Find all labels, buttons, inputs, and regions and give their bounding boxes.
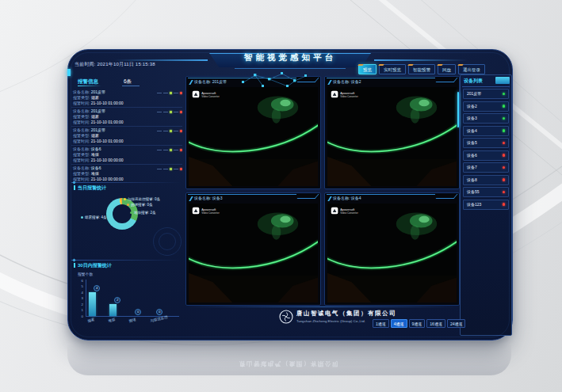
page-background: 当前时间: 2021年10月11日 15:15:38 智能视觉感知平台 预览实时… [0, 0, 562, 392]
header-tab[interactable]: 退出登录 [458, 64, 485, 74]
device-list-item[interactable]: 设备8 [463, 175, 509, 185]
bar-category-label: 堆煤 [108, 318, 116, 323]
video-panel-header: 设备名称: 设备4 [325, 193, 459, 203]
device-status-dot [503, 129, 506, 132]
channel-button[interactable]: 4通道 [391, 319, 407, 328]
alarm-level-meter [157, 130, 182, 132]
alarm-panel-title: 报警信息 [78, 78, 98, 86]
video-device-label: 设备名称: 设备3 [194, 196, 223, 200]
header-tab[interactable]: 智能预警 [408, 64, 435, 74]
device-list-item[interactable]: 设备3 [463, 113, 509, 124]
bar-value-badge: 2 [114, 297, 120, 303]
bar-value-badge: 4 [94, 285, 100, 291]
device-value: 设备6 [91, 166, 101, 170]
video-panel[interactable]: 设备名称: 设备4 Apowersoft Video Converter [324, 192, 460, 306]
channel-button[interactable]: 1通道 [373, 319, 389, 328]
video-panel-header: 设备名称: 设备3 [186, 193, 320, 203]
watermark: Apowersoft Video Converter [331, 91, 358, 98]
banner-underline [235, 68, 346, 69]
video-screen[interactable]: Apowersoft Video Converter [189, 87, 318, 186]
type-value: 烟雾 [91, 133, 99, 138]
divider [78, 86, 101, 86]
video-panel[interactable]: 设备名称: 设备2 Apowersoft Video Converter [324, 76, 460, 189]
alarm-entry[interactable]: 设备名称: 201皮带 报警类型: 烟雾 报警时间: 21-10-10 01:0… [71, 108, 182, 127]
time-label: 报警时间: [73, 158, 90, 162]
alarm-level-meter [157, 149, 182, 151]
alarm-list: 设备名称: 201皮带 报警类型: 烟雾 报警时间: 21-10-10 01:0… [71, 89, 182, 181]
alarm-level-meter [157, 92, 182, 94]
donut-legend-item: 与煤流监控报警: 0条 [124, 197, 160, 201]
device-list-title: 设备列表 [464, 78, 483, 85]
alarm-level-meter [157, 168, 182, 170]
today-stats-title: 当日报警统计 [78, 185, 106, 192]
channel-button[interactable]: 24通道 [447, 319, 466, 328]
header-tabs: 预览实时预览智能预警回放退出登录 [358, 64, 485, 74]
type-label: 报警类型: [73, 152, 90, 157]
bar-value-badge: 0 [135, 309, 141, 315]
time-label: 报警时间: [73, 101, 90, 105]
device-list-item[interactable]: 设备4 [463, 126, 509, 136]
header-tab[interactable]: 预览 [358, 64, 377, 74]
device-value: 201皮带 [91, 89, 105, 94]
device-list-item[interactable]: 设备6 [463, 150, 509, 161]
watermark: Apowersoft Video Converter [193, 207, 220, 215]
device-status-dot [503, 93, 506, 96]
alarm-sidebar: 报警信息 6条 设备名称: 201皮带 报警类型: 烟雾 报警时间: 21-10… [71, 78, 184, 335]
video-grid: 设备名称: 201皮带 Apowersoft Video Converter 设… [185, 76, 460, 306]
bar-category-label: 拥堵 [128, 318, 136, 323]
channel-button[interactable]: 16通道 [426, 319, 445, 328]
video-screen[interactable]: Apowersoft Video Converter [327, 87, 457, 186]
device-status-dot [503, 105, 506, 108]
donut-legend-item: 烟雾报警: 4条 [81, 215, 107, 219]
channel-button[interactable]: 9通道 [409, 319, 426, 328]
alarm-count-badge: 6条 [124, 78, 132, 86]
device-list-item[interactable]: 201皮带 [463, 89, 509, 99]
header-tab[interactable]: 回放 [438, 64, 456, 74]
device-list-item[interactable]: 设备5 [463, 138, 509, 148]
device-name: 设备123 [467, 200, 481, 209]
type-label: 报警类型: [73, 95, 90, 100]
video-panel[interactable]: 设备名称: 设备3 Apowersoft Video Converter [185, 192, 321, 306]
dashboard-window: 当前时间: 2021年10月11日 15:15:38 智能视觉感知平台 预览实时… [67, 49, 513, 341]
alarm-entry[interactable]: 设备名称: 设备6 报警类型: 堆煤 报警时间: 21-10-10 00:00:… [71, 165, 182, 181]
device-list-item[interactable]: 设备55 [463, 187, 509, 197]
video-feed: Apowersoft Video Converter [189, 87, 318, 186]
device-status-dot [503, 117, 506, 120]
type-value: 堆煤 [91, 171, 99, 176]
edge-accent [67, 69, 71, 76]
video-feed: Apowersoft Video Converter [189, 204, 318, 303]
device-name: 设备4 [467, 127, 477, 135]
alarm-entry[interactable]: 设备名称: 201皮带 报警类型: 烟雾 报警时间: 21-10-10 01:0… [71, 127, 182, 146]
device-list-item[interactable]: 设备7 [463, 162, 509, 173]
monthly-stats-title: 30日内报警统计 [78, 262, 112, 269]
device-name: 设备3 [467, 114, 477, 123]
device-value: 201皮带 [91, 108, 105, 113]
device-name: 设备55 [467, 188, 480, 196]
bar [109, 304, 117, 316]
device-list-item[interactable]: 设备123 [463, 200, 509, 210]
time-label: 报警时间: [73, 139, 90, 143]
alarm-entry[interactable]: 设备名称: 设备6 报警类型: 堆煤 报警时间: 21-10-10 00:00:… [71, 146, 182, 165]
divider [122, 86, 140, 86]
device-value: 201皮带 [91, 127, 105, 132]
video-panel[interactable]: 设备名称: 201皮带 Apowersoft Video Converter [185, 76, 321, 189]
device-status-dot [503, 142, 506, 145]
svg-text:Video Converter: Video Converter [201, 95, 220, 98]
device-list-filter-button[interactable] [495, 77, 510, 84]
time-value: 21-10-10 01:00:00 [91, 139, 124, 143]
video-screen[interactable]: Apowersoft Video Converter [327, 204, 457, 303]
device-name: 设备5 [467, 139, 477, 147]
time-label: 报警时间: [73, 120, 90, 124]
alarm-entry[interactable]: 设备名称: 201皮带 报警类型: 烟雾 报警时间: 21-10-10 01:0… [71, 89, 182, 108]
y-axis [86, 280, 86, 316]
device-list-item[interactable]: 设备2 [463, 101, 509, 112]
scrollbar[interactable] [457, 92, 459, 127]
y-tick: 0 [76, 314, 83, 318]
video-screen[interactable]: Apowersoft Video Converter [189, 204, 318, 303]
dashboard-reflection: 唐山智诚电气（集团）有限公司 [67, 341, 511, 375]
bar [89, 292, 96, 316]
device-value: 设备6 [91, 147, 101, 151]
company-logo [279, 310, 293, 324]
header-tab[interactable]: 实时预览 [379, 64, 406, 74]
type-value: 烟雾 [91, 114, 99, 119]
